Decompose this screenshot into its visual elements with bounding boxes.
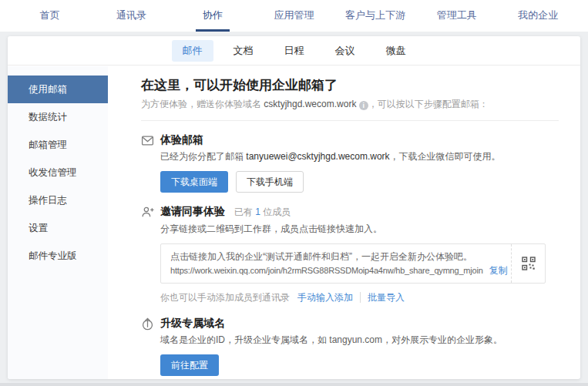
mailbox-desc-suffix: ，下载企业微信即可使用。 <box>390 151 501 162</box>
manual-add-row: 你也可以手动添加成员到通讯录手动输入添加批量导入 <box>160 291 559 304</box>
member-prefix: 已有 <box>234 206 255 217</box>
nav-item-my-enterprise[interactable]: 我的企业 <box>497 0 579 32</box>
invite-desc: 分享链接或二维码到工作群，成员点击链接快速加入。 <box>160 223 559 236</box>
page-subtitle: 为方便体验，赠送你体验域名 csktyjhgd.wecom.work ，可以按以… <box>141 98 559 111</box>
sidebar-item-mail-professional[interactable]: 邮件专业版 <box>8 242 108 270</box>
nav-item-management-tools[interactable]: 管理工具 <box>416 0 498 32</box>
sidebar-item-operation-log[interactable]: 操作日志 <box>8 186 108 214</box>
invite-member-icon <box>141 205 160 304</box>
collaboration-tabbar: 邮件 文档 日程 会议 微盘 <box>8 36 580 65</box>
member-count-text: 已有 1 位成员 <box>234 206 291 219</box>
member-suffix: 位成员 <box>260 206 291 217</box>
divider <box>141 120 559 121</box>
sidebar-item-use-mailbox[interactable]: 使用邮箱 <box>8 76 108 103</box>
batch-import-link[interactable]: 批量导入 <box>360 292 405 303</box>
share-url-text: https://work.weixin.qq.com/join/h2rmRSG8… <box>170 266 483 275</box>
upgrade-domain-icon <box>141 317 160 376</box>
tab-meeting[interactable]: 会议 <box>324 40 366 62</box>
info-icon[interactable] <box>359 101 368 110</box>
share-link-content: 点击链接加入我的企业“测试开通邮件和归档”，一起开启全新办公体验吧。 https… <box>161 244 511 283</box>
main-content: 在这里，可以开始使用企业邮箱了 为方便体验，赠送你体验域名 csktyjhgd.… <box>108 66 580 379</box>
tab-drive[interactable]: 微盘 <box>375 40 417 62</box>
sidebar-item-settings[interactable]: 设置 <box>8 214 108 242</box>
nav-item-contacts[interactable]: 通讯录 <box>91 0 173 32</box>
section-title: 邀请同事体验 <box>160 205 225 218</box>
section-upgrade-domain: 升级专属域名 域名是企业的ID，升级企业专属域名，如 tangyun.com，对… <box>141 317 559 376</box>
top-nav: 首页 通讯录 协作 应用管理 客户与上下游 管理工具 我的企业 <box>0 0 588 32</box>
section-title: 体验邮箱 <box>160 133 203 146</box>
tab-docs[interactable]: 文档 <box>223 40 264 62</box>
qr-code-icon[interactable] <box>511 244 545 283</box>
section-invite-colleagues: 邀请同事体验 已有 1 位成员 分享链接或二维码到工作群，成员点击链接快速加入。… <box>141 205 559 304</box>
go-configure-button[interactable]: 前往配置 <box>160 354 219 376</box>
manual-add-text: 你也可以手动添加成员到通讯录 <box>160 292 290 303</box>
sidebar-item-data-stats[interactable]: 数据统计 <box>8 103 108 131</box>
share-link-box: 点击链接加入我的企业“测试开通邮件和归档”，一起开启全新办公体验吧。 https… <box>160 243 546 284</box>
envelope-icon <box>141 133 160 193</box>
nav-item-home[interactable]: 首页 <box>9 0 91 32</box>
sidebar-item-mailbox-management[interactable]: 邮箱管理 <box>8 131 108 159</box>
share-invite-text: 点击链接加入我的企业“测试开通邮件和归档”，一起开启全新办公体验吧。 <box>170 250 502 263</box>
nav-item-app-management[interactable]: 应用管理 <box>254 0 335 32</box>
mailbox-desc-prefix: 已经为你分配了邮箱 <box>160 151 246 162</box>
manual-input-add-link[interactable]: 手动输入添加 <box>297 292 353 303</box>
assigned-email-text: tanyuewei@csktyjhgd.wecom.work <box>246 151 389 162</box>
trial-domain-text: csktyjhgd.wecom.work <box>264 99 356 109</box>
download-buttons: 下载桌面端 下载手机端 <box>160 171 559 193</box>
section-trial-mailbox: 体验邮箱 已经为你分配了邮箱 tanyuewei@csktyjhgd.wecom… <box>141 133 559 193</box>
subtitle-suffix: ，可以按以下步骤配置邮箱： <box>368 99 489 109</box>
sidebar-item-send-receive-management[interactable]: 收发信管理 <box>8 159 108 186</box>
mail-sidebar: 使用邮箱 数据统计 邮箱管理 收发信管理 操作日志 设置 邮件专业版 <box>8 66 108 379</box>
mailbox-desc: 已经为你分配了邮箱 tanyuewei@csktyjhgd.wecom.work… <box>160 150 559 163</box>
copy-link[interactable]: 复制 <box>489 265 508 276</box>
tab-schedule[interactable]: 日程 <box>274 40 315 62</box>
nav-item-customers[interactable]: 客户与上下游 <box>334 0 416 32</box>
download-desktop-button[interactable]: 下载桌面端 <box>160 171 228 193</box>
subtitle-prefix: 为方便体验，赠送你体验域名 <box>141 99 264 109</box>
domain-desc: 域名是企业的ID，升级企业专属域名，如 tangyun.com，对外展示专业的企… <box>160 334 559 347</box>
content-card: 邮件 文档 日程 会议 微盘 使用邮箱 数据统计 邮箱管理 收发信管理 操作日志… <box>8 36 580 379</box>
nav-item-collaboration[interactable]: 协作 <box>172 0 254 32</box>
download-mobile-button[interactable]: 下载手机端 <box>236 171 304 193</box>
bottom-edge <box>0 383 588 386</box>
section-title: 升级专属域名 <box>160 317 225 330</box>
tab-mail[interactable]: 邮件 <box>172 40 213 62</box>
page-title: 在这里，可以开始使用企业邮箱了 <box>141 77 559 93</box>
